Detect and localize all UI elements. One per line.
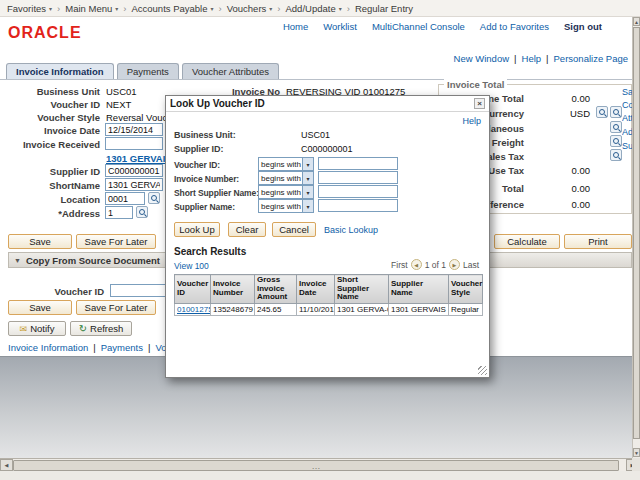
breadcrumb-item-main-menu[interactable]: Main Menu ▾ bbox=[65, 3, 118, 14]
location-label: Location bbox=[0, 194, 100, 205]
footer-link-payments[interactable]: Payments bbox=[101, 342, 143, 353]
cell-short-supplier-name: 1301 GERVA-001 bbox=[335, 303, 389, 315]
dialog-supplier-id-label: Supplier ID: bbox=[174, 144, 223, 154]
tab-voucher-attributes[interactable]: Voucher Attributes bbox=[182, 63, 279, 79]
personalize-page-link[interactable]: Personalize Page bbox=[554, 53, 628, 64]
breadcrumb-item-add-update[interactable]: Add/Update ▾ bbox=[286, 3, 342, 14]
add-to-favorites-link[interactable]: Add to Favorites bbox=[480, 21, 549, 32]
sales-tax-detail-icon[interactable] bbox=[610, 149, 622, 161]
criteria-short-supplier-name-operator-select[interactable]: begins with ▾ bbox=[258, 185, 314, 199]
dialog-help-link[interactable]: Help bbox=[462, 116, 481, 126]
criteria-supplier-name-input[interactable] bbox=[318, 199, 398, 212]
supplier-id-input[interactable] bbox=[105, 164, 163, 177]
pager-next-icon[interactable]: ▶ bbox=[449, 259, 460, 270]
criteria-invoice-number-input[interactable] bbox=[318, 171, 398, 184]
look-up-button[interactable]: Look Up bbox=[174, 222, 220, 237]
save-button[interactable]: Save bbox=[8, 234, 72, 249]
miscellaneous-detail-icon[interactable] bbox=[610, 121, 622, 133]
criteria-voucher-id-label: Voucher ID: bbox=[174, 160, 220, 170]
header-links: Home Worklist MultiChannel Console Add t… bbox=[283, 21, 602, 32]
column-header-invoice-date[interactable]: Invoice Date bbox=[297, 275, 335, 304]
oracle-logo: ORACLE bbox=[8, 24, 82, 42]
worklist-link[interactable]: Worklist bbox=[323, 21, 357, 32]
copy-from-source-title: Copy From Source Document bbox=[26, 255, 160, 266]
breadcrumb-item-accounts-payable[interactable]: Accounts Payable ▾ bbox=[131, 3, 213, 14]
dialog-resize-handle[interactable] bbox=[478, 366, 487, 375]
tab-invoice-information[interactable]: Invoice Information bbox=[6, 63, 114, 79]
currency-lookup-icon[interactable] bbox=[596, 106, 608, 118]
difference-value: 0.00 bbox=[526, 199, 590, 210]
refresh-button[interactable]: ↻ Refresh bbox=[70, 321, 132, 336]
breadcrumb-item-vouchers[interactable]: Vouchers ▾ bbox=[227, 3, 273, 14]
dialog-title-bar: Look Up Voucher ID × bbox=[166, 96, 489, 112]
shortname-input[interactable] bbox=[105, 178, 163, 191]
save-for-later-button[interactable]: Save For Later bbox=[76, 234, 156, 249]
cell-invoice-number: 135248679 bbox=[211, 303, 255, 315]
multichannel-console-link[interactable]: MultiChannel Console bbox=[372, 21, 465, 32]
vertical-scrollbar[interactable]: ▲ ▼ bbox=[632, 17, 640, 458]
footer-link-invoice-information[interactable]: Invoice Information bbox=[8, 342, 88, 353]
search-results-table: Voucher ID Invoice Number Gross Invoice … bbox=[174, 274, 483, 316]
print-button[interactable]: Print bbox=[564, 234, 632, 249]
help-link[interactable]: Help bbox=[522, 53, 542, 64]
notify-button[interactable]: ✉ Notify bbox=[8, 321, 66, 336]
address-lookup-icon[interactable] bbox=[136, 206, 148, 218]
chevron-down-icon: ▾ bbox=[211, 5, 214, 12]
voucher-id-label: Voucher ID bbox=[0, 99, 100, 110]
location-lookup-icon[interactable] bbox=[148, 192, 160, 204]
pipe-separator: | bbox=[93, 342, 95, 353]
pager-previous-icon[interactable]: ◀ bbox=[411, 259, 422, 270]
window-bottom-strip bbox=[0, 471, 640, 480]
column-header-gross-invoice-amount[interactable]: Gross Invoice Amount bbox=[255, 275, 297, 304]
exchange-rate-detail-icon[interactable] bbox=[610, 106, 622, 118]
operator-value: begins with bbox=[259, 160, 302, 169]
column-header-supplier-name[interactable]: Supplier Name bbox=[389, 275, 449, 304]
notify-icon: ✉ bbox=[20, 324, 28, 334]
breadcrumb-separator: › bbox=[219, 3, 222, 14]
cell-invoice-date: 11/10/2014 bbox=[297, 303, 335, 315]
tab-strip: Invoice Information Payments Voucher Att… bbox=[6, 63, 279, 79]
criteria-voucher-id-input[interactable] bbox=[318, 157, 398, 170]
sign-out-link[interactable]: Sign out bbox=[564, 21, 602, 32]
address-input[interactable] bbox=[105, 206, 133, 219]
criteria-invoice-number-operator-select[interactable]: begins with ▾ bbox=[258, 171, 314, 185]
criteria-supplier-name-operator-select[interactable]: begins with ▾ bbox=[258, 199, 314, 213]
address-label: *Address bbox=[0, 208, 100, 219]
calculate-button[interactable]: Calculate bbox=[494, 234, 560, 249]
collapse-triangle-icon[interactable]: ▼ bbox=[14, 257, 21, 264]
column-header-voucher-style[interactable]: Voucher Style bbox=[449, 275, 483, 304]
scroll-grip-dots: … bbox=[312, 461, 321, 471]
cancel-button[interactable]: Cancel bbox=[272, 222, 316, 237]
view-100-link[interactable]: View 100 bbox=[174, 261, 209, 271]
clear-button[interactable]: Clear bbox=[228, 222, 266, 237]
new-window-link[interactable]: New Window bbox=[454, 53, 509, 64]
scroll-up-arrow[interactable]: ▲ bbox=[633, 17, 640, 26]
freight-detail-icon[interactable] bbox=[610, 135, 622, 147]
results-pager: First ◀ 1 of 1 ▶ Last bbox=[391, 259, 479, 270]
criteria-short-supplier-name-input[interactable] bbox=[318, 185, 398, 198]
save-button-2[interactable]: Save bbox=[8, 300, 72, 315]
vertical-scroll-thumb[interactable] bbox=[633, 27, 640, 439]
invoice-received-input[interactable] bbox=[105, 137, 163, 150]
location-input[interactable] bbox=[105, 192, 145, 205]
save-for-later-button-2[interactable]: Save For Later bbox=[76, 300, 156, 315]
column-header-short-supplier-name[interactable]: Short Supplier Name bbox=[335, 275, 389, 304]
scroll-left-arrow[interactable]: ◀ bbox=[0, 459, 13, 471]
pager-last-label[interactable]: Last bbox=[463, 260, 479, 270]
home-link[interactable]: Home bbox=[283, 21, 308, 32]
column-header-voucher-id[interactable]: Voucher ID bbox=[175, 275, 211, 304]
tab-payments[interactable]: Payments bbox=[117, 63, 179, 79]
scroll-down-arrow[interactable]: ▼ bbox=[633, 448, 640, 457]
pager-first-label[interactable]: First bbox=[391, 260, 408, 270]
invoice-date-input[interactable] bbox=[105, 123, 163, 136]
result-voucher-id-link[interactable]: 01001275 bbox=[177, 305, 211, 314]
basic-lookup-link[interactable]: Basic Lookup bbox=[324, 225, 378, 235]
business-unit-label: Business Unit bbox=[0, 86, 100, 97]
criteria-voucher-id-operator-select[interactable]: begins with ▾ bbox=[258, 157, 314, 171]
close-icon[interactable]: × bbox=[474, 98, 485, 109]
horizontal-scrollbar[interactable]: ◀ … ▶ bbox=[0, 458, 640, 471]
breadcrumb-item-favorites[interactable]: Favorites ▾ bbox=[7, 3, 52, 14]
column-header-invoice-number[interactable]: Invoice Number bbox=[211, 275, 255, 304]
scrollbar-corner bbox=[632, 458, 640, 471]
horizontal-scroll-thumb[interactable]: … bbox=[13, 460, 619, 471]
